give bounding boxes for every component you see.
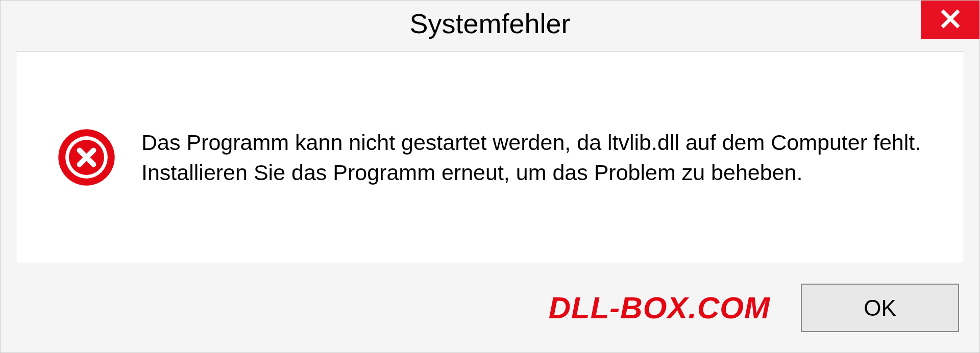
close-button[interactable] (921, 1, 979, 39)
titlebar: Systemfehler (1, 1, 979, 46)
ok-button[interactable]: OK (801, 284, 959, 332)
error-message: Das Programm kann nicht gestartet werden… (141, 128, 923, 187)
dialog-footer: DLL-BOX.COM OK (1, 273, 979, 352)
error-icon (57, 128, 116, 187)
error-dialog: Systemfehler Das Programm kann nicht ges… (0, 0, 980, 353)
content-panel: Das Programm kann nicht gestartet werden… (16, 52, 964, 263)
close-icon (938, 7, 963, 33)
watermark-text: DLL-BOX.COM (549, 290, 770, 325)
dialog-title: Systemfehler (409, 8, 570, 39)
